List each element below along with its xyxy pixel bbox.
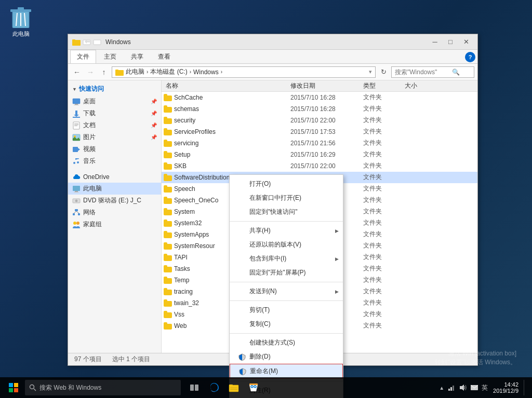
- tray-caret[interactable]: ▲: [439, 385, 444, 391]
- maximize-button[interactable]: □: [443, 36, 458, 48]
- show-desktop-btn[interactable]: [524, 380, 526, 395]
- sidebar-item-thispc[interactable]: 此电脑: [68, 183, 161, 195]
- file-name-text: Speech: [174, 185, 195, 193]
- file-row[interactable]: servicing2015/7/10 21:56文件夹: [162, 138, 477, 149]
- context-menu-item[interactable]: 创建快捷方式(S): [230, 336, 343, 350]
- folder-icon: [164, 254, 172, 261]
- explorer-window: Windows ─ □ ✕ 文件 主页 共享 查看 ? ← → ↑: [68, 34, 478, 366]
- clock-time: 14:42: [504, 381, 518, 388]
- tab-view[interactable]: 查看: [151, 50, 177, 63]
- col-header-size[interactable]: 大小: [401, 81, 442, 90]
- file-name-text: SKB: [174, 162, 187, 170]
- context-menu-item[interactable]: 共享(H): [230, 224, 343, 238]
- address-path[interactable]: 此电脑 › 本地磁盘 (C:) › Windows › ▾: [112, 66, 376, 78]
- address-dropdown-btn[interactable]: ▾: [369, 68, 372, 75]
- pin-pictures[interactable]: 📌: [151, 134, 157, 140]
- file-row[interactable]: schemas2015/7/10 16:28文件夹: [162, 103, 477, 115]
- sidebar-item-dvd[interactable]: DVD 驱动器 (E:) J_C: [68, 195, 161, 207]
- file-row[interactable]: security2015/7/10 22:00文件夹: [162, 115, 477, 126]
- taskbar-explorer[interactable]: [224, 377, 243, 398]
- svg-rect-48: [230, 388, 237, 388]
- context-menu-item[interactable]: 删除(D): [230, 350, 343, 364]
- context-menu-item[interactable]: 发送到(N): [230, 284, 343, 298]
- sidebar-item-music[interactable]: 音乐: [68, 155, 161, 167]
- file-row[interactable]: Setup2015/7/10 16:29文件夹: [162, 149, 477, 160]
- sidebar-item-pictures[interactable]: 图片 📌: [68, 131, 161, 143]
- sidebar-item-onedrive[interactable]: OneDrive: [68, 171, 161, 183]
- forward-button[interactable]: →: [85, 66, 96, 78]
- file-name-cell: SKB: [162, 162, 286, 170]
- ctx-icon-placeholder: [238, 180, 246, 188]
- task-view-icon: [189, 382, 200, 393]
- context-menu-item[interactable]: 还原以前的版本(V): [230, 238, 343, 252]
- sidebar-label-pictures: 图片: [83, 133, 96, 142]
- taskbar-store[interactable]: [244, 377, 263, 398]
- context-menu-item[interactable]: 复制(C): [230, 317, 343, 331]
- context-menu-item[interactable]: 固定到"开始"屏幕(P): [230, 266, 343, 280]
- file-name-text: Setup: [174, 151, 190, 158]
- col-header-type[interactable]: 类型: [359, 81, 401, 90]
- sidebar-item-homegroup[interactable]: 家庭组: [68, 218, 161, 230]
- folder-icon: [164, 117, 172, 124]
- sidebar-item-videos[interactable]: 视频: [68, 143, 161, 155]
- folder-icon: [164, 94, 172, 101]
- col-header-date[interactable]: 修改日期: [286, 81, 359, 90]
- tab-home[interactable]: 主页: [97, 50, 123, 63]
- up-button[interactable]: ↑: [98, 66, 110, 78]
- search-icon: 🔍: [452, 68, 460, 76]
- sidebar-item-desktop[interactable]: 桌面 📌: [68, 95, 161, 107]
- file-row[interactable]: SKB2015/7/10 22:00文件夹: [162, 160, 477, 172]
- context-menu-item[interactable]: 打开(O): [230, 177, 343, 191]
- sidebar-item-documents[interactable]: 文档 📌: [68, 119, 161, 131]
- pin-downloads[interactable]: 📌: [151, 111, 157, 116]
- pin-documents[interactable]: 📌: [151, 122, 157, 128]
- file-name-text: servicing: [174, 140, 198, 147]
- context-menu-item[interactable]: 包含到库中(I): [230, 252, 343, 266]
- context-menu-item[interactable]: 剪切(T): [230, 303, 343, 317]
- taskbar-edge[interactable]: [205, 377, 223, 398]
- file-date-cell: 2015/7/10 16:29: [286, 151, 359, 158]
- context-menu-item[interactable]: 固定到"快速访问": [230, 205, 343, 219]
- col-header-name[interactable]: 名称: [162, 81, 286, 90]
- start-button[interactable]: [2, 377, 25, 398]
- context-menu-item[interactable]: 重命名(M): [230, 364, 343, 379]
- folder-icon: [164, 277, 172, 284]
- context-menu-item[interactable]: 在新窗口中打开(E): [230, 191, 343, 205]
- svg-rect-18: [74, 123, 78, 124]
- quick-access-header[interactable]: ▼ 快速访问: [68, 83, 161, 95]
- file-name-text: System: [174, 208, 195, 215]
- svg-rect-19: [74, 125, 78, 125]
- sidebar-label-homegroup: 家庭组: [83, 220, 102, 229]
- pin-desktop[interactable]: 📌: [151, 99, 157, 104]
- recycle-bin[interactable]: 此电脑: [5, 5, 36, 38]
- ctx-icon-placeholder: [238, 339, 246, 347]
- folder-icon: [164, 208, 172, 215]
- svg-rect-45: [195, 385, 198, 391]
- file-row[interactable]: ServiceProfiles2015/7/10 17:53文件夹: [162, 126, 477, 138]
- sidebar-item-network[interactable]: 网络: [68, 207, 161, 218]
- tab-file[interactable]: 文件: [70, 50, 96, 63]
- file-name-cell: schemas: [162, 105, 286, 113]
- tab-share[interactable]: 共享: [124, 50, 150, 63]
- taskbar-search[interactable]: 搜索 Web 和 Windows: [25, 380, 181, 395]
- search-input[interactable]: [395, 68, 452, 76]
- sidebar-label-network: 网络: [83, 208, 96, 217]
- sidebar-item-downloads[interactable]: 下载 📌: [68, 107, 161, 119]
- minimize-button[interactable]: ─: [428, 36, 442, 48]
- back-button[interactable]: ←: [71, 66, 83, 78]
- file-type-cell: 文件夹: [359, 287, 401, 296]
- svg-rect-27: [74, 192, 79, 193]
- file-row[interactable]: SchCache2015/7/10 16:28文件夹: [162, 92, 477, 103]
- taskbar-task-view[interactable]: [185, 377, 204, 398]
- file-name-cell: SchCache: [162, 94, 286, 101]
- file-name-text: ServiceProfiles: [174, 128, 216, 135]
- file-type-cell: 文件夹: [359, 241, 401, 250]
- search-box[interactable]: 🔍: [391, 66, 474, 78]
- taskbar-clock[interactable]: 14:42 2019/12/9: [491, 381, 521, 394]
- help-button[interactable]: ?: [465, 52, 475, 62]
- refresh-button[interactable]: ↻: [378, 66, 389, 78]
- sidebar-label-thispc: 此电脑: [83, 184, 102, 193]
- close-button[interactable]: ✕: [459, 36, 473, 48]
- sidebar: ▼ 快速访问 桌面 📌 下载: [68, 80, 162, 353]
- lang-indicator[interactable]: 英: [482, 383, 488, 392]
